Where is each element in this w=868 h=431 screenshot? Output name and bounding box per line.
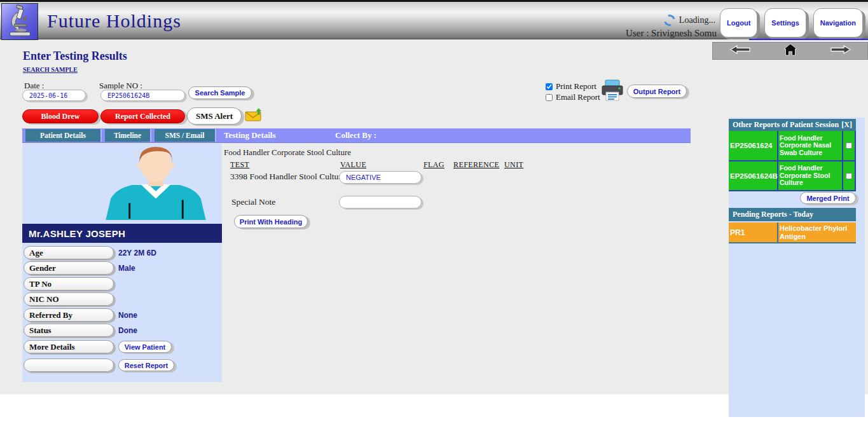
tab-patient-details[interactable]: Patient Details <box>25 129 102 142</box>
header-button-group: Logout Settings Navigation <box>720 8 863 38</box>
close-icon[interactable]: [X] <box>841 120 852 130</box>
history-navbar <box>712 42 868 60</box>
report-collected-button[interactable]: Report Collected <box>100 109 185 123</box>
field-label-referred-by: Referred By <box>24 308 114 322</box>
merged-print-button[interactable]: Merged Print <box>800 192 856 204</box>
back-arrow-icon[interactable] <box>729 45 751 57</box>
reset-report-button[interactable]: Reset Report <box>118 359 174 371</box>
test-group-title: Food Handler Corporate Stool Culture <box>224 147 351 158</box>
column-header-value: VALUE <box>340 160 366 170</box>
header-accent-line <box>749 39 868 40</box>
report-id: EP25061624 <box>729 131 777 160</box>
logout-button[interactable]: Logout <box>720 8 757 38</box>
date-input[interactable] <box>22 90 86 101</box>
field-label-age: Age <box>24 246 114 259</box>
settings-button[interactable]: Settings <box>764 8 806 38</box>
output-report-button[interactable]: Output Report <box>627 85 687 98</box>
field-value-referred-by: None <box>118 308 137 322</box>
report-name: Food Handler Corporate Stool Culture <box>778 161 842 190</box>
field-value-age: 22Y 2M 6D <box>118 246 156 259</box>
pending-reports-header: Pending Reports - Today <box>729 208 856 221</box>
email-report-label: Email Report <box>556 92 600 102</box>
logged-in-user: User : Srivignesh Somu <box>626 28 717 39</box>
field-label-tp-no: TP No <box>24 277 114 291</box>
field-label-blank <box>24 359 114 372</box>
sms-alert-button[interactable]: SMS Alert <box>187 107 242 125</box>
print-report-checkbox[interactable] <box>546 83 553 90</box>
table-row[interactable]: PR1 Helicobacter Phylori Antigen <box>729 222 856 242</box>
navigation-button[interactable]: Navigation <box>813 8 863 38</box>
field-value-status: Done <box>118 324 137 337</box>
collect-by-label: Collect By : <box>335 128 376 142</box>
loading-indicator: Loading... <box>664 15 715 26</box>
microscope-icon <box>2 31 38 41</box>
print-report-option: Print Report <box>546 81 596 92</box>
tab-sms-email[interactable]: SMS / Email <box>155 129 216 142</box>
app-header: Future Holdings Loading... User : Srivig… <box>0 0 868 39</box>
page-title: Enter Testing Results <box>23 50 127 63</box>
email-report-checkbox[interactable] <box>546 94 553 101</box>
loading-text: Loading... <box>679 15 715 25</box>
other-reports-title: Other Reports of Patient Session <box>733 120 839 130</box>
spinner-icon <box>662 13 677 28</box>
column-header-flag: FLAG <box>424 160 444 170</box>
blood-drew-button[interactable]: Blood Drew <box>22 109 99 123</box>
report-select-cell <box>843 131 855 160</box>
field-label-gender: Gender <box>24 261 114 275</box>
column-header-unit: UNIT <box>504 160 523 170</box>
home-icon[interactable] <box>783 43 797 58</box>
table-row[interactable]: EP25061624B Food Handler Corporate Stool… <box>729 161 856 190</box>
testing-details-label: Testing Details <box>224 128 276 142</box>
pending-reports-table: PR1 Helicobacter Phylori Antigen <box>729 222 856 243</box>
report-select-cell <box>843 161 855 190</box>
field-label-nic-no: NIC NO <box>24 292 114 306</box>
envelope-icon[interactable] <box>245 108 262 124</box>
view-patient-button[interactable]: View Patient <box>118 341 172 353</box>
column-header-test: TEST <box>230 160 249 170</box>
report-select-checkbox[interactable] <box>846 173 852 179</box>
brand-title: Future Holdings <box>47 10 181 32</box>
patient-avatar <box>99 145 213 222</box>
special-note-input[interactable] <box>339 196 422 209</box>
field-value-gender: Male <box>118 261 135 275</box>
pending-reports-title: Pending Reports - Today <box>733 210 813 219</box>
special-note-label: Special Note <box>231 197 275 207</box>
pending-name: Helicobacter Phylori Antigen <box>778 222 856 242</box>
print-report-label: Print Report <box>556 81 596 92</box>
report-select-checkbox[interactable] <box>846 142 852 149</box>
field-label-more-details: More Details <box>24 340 114 353</box>
sample-no-input[interactable] <box>100 90 185 101</box>
printer-icon[interactable] <box>601 79 624 105</box>
other-reports-header: Other Reports of Patient Session [X] <box>729 119 856 131</box>
brand-logo <box>1 3 38 40</box>
tab-timeline[interactable]: Timeline <box>105 129 151 142</box>
test-row-name: 3398 Food Handler Stool Culture <box>230 172 345 182</box>
tab-bar: Patient Details Timeline SMS / Email Tes… <box>22 128 691 143</box>
search-sample-link[interactable]: SEARCH SAMPLE <box>23 66 78 73</box>
test-value-input[interactable] <box>339 171 422 184</box>
email-report-option: Email Report <box>546 92 600 102</box>
report-id: EP25061624B <box>729 161 777 190</box>
column-header-reference: REFERENCE <box>453 160 499 170</box>
other-reports-table: EP25061624 Food Handler Corporate Nasal … <box>729 131 856 191</box>
print-with-heading-button[interactable]: Print With Heading <box>234 215 308 228</box>
table-row[interactable]: EP25061624 Food Handler Corporate Nasal … <box>729 131 856 160</box>
search-sample-button[interactable]: Search Sample <box>188 86 252 99</box>
pending-id: PR1 <box>729 222 777 242</box>
report-name: Food Handler Corporate Nasal Swab Cultur… <box>778 131 842 160</box>
field-label-status: Status <box>24 324 114 337</box>
forward-arrow-icon[interactable] <box>830 45 851 57</box>
patient-name-bar: Mr.ASHLEY JOSEPH <box>22 224 222 243</box>
app-window: Future Holdings Loading... User : Srivig… <box>0 0 868 431</box>
